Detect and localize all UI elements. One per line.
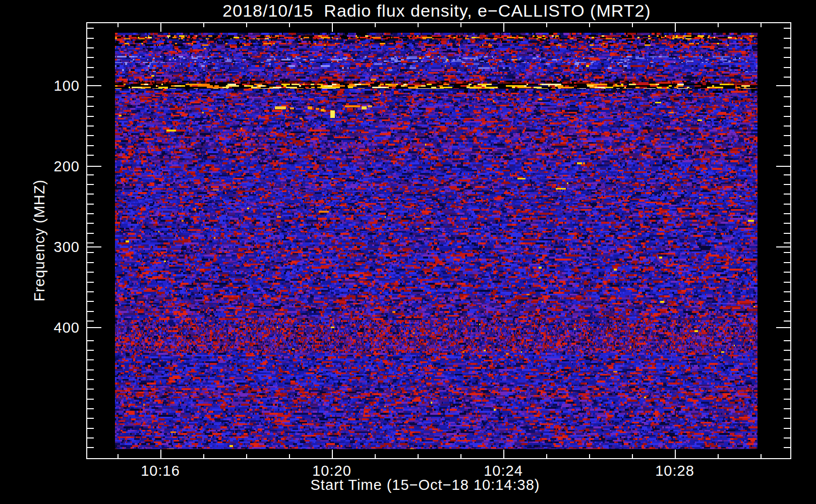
axis-tick [87,223,94,224]
axis-tick [503,23,504,32]
axis-tick [776,85,790,86]
axis-tick [784,301,790,302]
axis-tick [87,184,94,185]
axis-tick [87,437,94,438]
axis-tick [87,321,94,322]
axis-tick [784,369,790,370]
axis-tick [784,437,790,438]
axis-tick [87,135,94,136]
axis-tick [784,194,790,195]
axis-tick [87,408,94,409]
axis-tick [784,311,790,312]
axis-tick [289,454,290,458]
axis-tick [784,106,790,107]
axis-tick [246,454,247,458]
axis-tick [332,450,333,458]
axis-tick [87,106,94,107]
axis-tick [718,23,719,27]
spectrogram-canvas [115,33,757,449]
axis-tick [784,252,790,253]
axis-tick [118,454,119,458]
y-tick-label-200: 200 [19,158,80,175]
axis-tick [87,246,101,247]
axis-tick [118,23,119,27]
axis-tick [784,145,790,146]
y-tick-label-400: 400 [19,320,80,336]
axis-tick [784,28,790,29]
axis-tick [87,233,94,234]
axis-tick [87,204,94,205]
axis-tick [375,454,376,458]
axis-tick [784,282,790,283]
axis-tick [160,450,161,458]
axis-tick [160,23,161,32]
axis-tick [87,28,94,29]
axis-tick [418,23,419,27]
axis-tick [784,350,790,351]
axis-tick [87,291,94,292]
axis-tick [460,454,461,458]
axis-tick [784,262,790,263]
x-tick-label-1028: 10:28 [655,463,694,479]
axis-tick [784,399,790,400]
axis-tick [784,184,790,185]
axis-tick [784,428,790,429]
axis-tick [784,321,790,322]
axis-tick [784,96,790,97]
axis-tick [87,389,94,390]
axis-tick [87,47,94,48]
axis-tick [87,418,94,419]
axis-tick [784,291,790,292]
axis-tick [776,246,790,247]
axis-tick [784,47,790,48]
axis-tick [589,23,590,27]
axis-tick [784,116,790,117]
axis-tick [418,454,419,458]
axis-tick [375,23,376,27]
axis-tick [784,57,790,58]
axis-tick [87,428,94,429]
axis-tick [203,454,204,458]
axis-tick [784,125,790,127]
axis-tick [784,38,790,39]
x-tick-label-1020: 10:20 [312,463,352,479]
axis-tick [87,399,94,400]
y-tick-label-300: 300 [19,239,80,256]
axis-tick [784,174,790,175]
x-tick-label-1016: 10:16 [141,463,180,479]
axis-tick [87,174,94,175]
axis-tick [246,23,247,27]
axis-tick [87,369,94,370]
axis-tick [632,23,633,27]
axis-tick [87,301,94,302]
axis-tick [776,166,790,167]
axis-tick [87,155,94,156]
axis-tick [87,38,94,39]
axis-tick [503,450,504,458]
axis-tick [87,77,94,78]
axis-tick [784,408,790,409]
axis-tick [776,327,790,328]
axis-tick [87,379,94,380]
y-tick-label-100: 100 [19,78,80,94]
axis-tick [784,418,790,419]
axis-tick [87,350,94,351]
axis-tick [784,155,790,156]
axis-tick [784,379,790,380]
axis-tick [332,23,333,32]
axis-tick [784,77,790,78]
axis-tick [761,23,762,27]
axis-tick [632,454,633,458]
axis-tick [784,213,790,214]
axis-tick [87,96,94,97]
axis-tick [546,454,547,458]
axis-tick [784,233,790,234]
axis-tick [87,125,94,127]
axis-tick [784,242,790,243]
axis-tick [675,23,676,32]
axis-tick [784,272,790,273]
axis-tick [87,327,101,328]
axis-tick [87,116,94,117]
axis-tick [87,282,94,283]
axis-tick [87,166,101,167]
